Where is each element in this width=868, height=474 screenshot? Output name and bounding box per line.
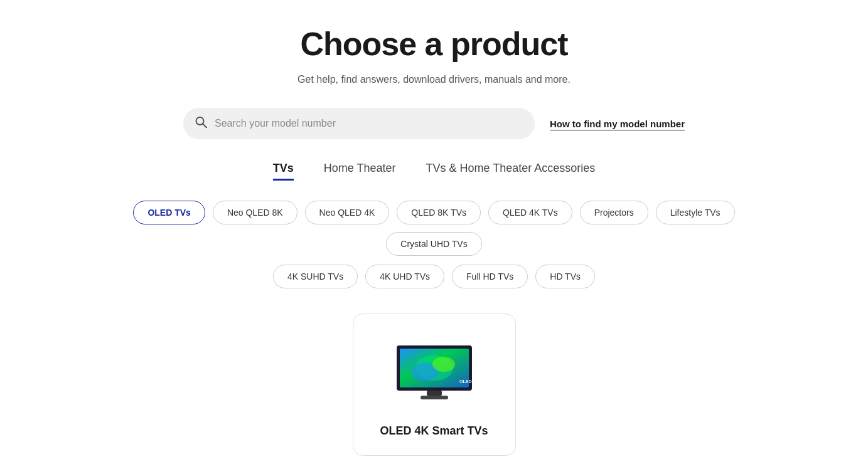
search-input[interactable] <box>183 108 535 139</box>
filter-chip-lifestyle-tvs[interactable]: Lifestyle TVs <box>656 201 735 224</box>
filter-chip-oled-tvs[interactable]: OLED TVs <box>133 201 205 224</box>
filter-chip-qled-8k[interactable]: QLED 8K TVs <box>397 201 481 224</box>
product-card-oled[interactable]: OLED OLED 4K Smart TVs <box>353 313 516 456</box>
filter-chip-crystal-uhd[interactable]: Crystal UHD TVs <box>386 232 481 256</box>
filter-chip-4k-uhd[interactable]: 4K UHD TVs <box>365 265 444 288</box>
filter-chip-qled-4k[interactable]: QLED 4K TVs <box>488 201 572 224</box>
search-row: How to find my model number <box>152 108 717 139</box>
filter-row-1: OLED TVs Neo QLED 8K Neo QLED 4K QLED 8K… <box>89 201 780 256</box>
find-model-link[interactable]: How to find my model number <box>550 118 685 129</box>
tabs-row: TVs Home Theater TVs & Home Theater Acce… <box>273 162 596 181</box>
tab-home-theater[interactable]: Home Theater <box>324 162 396 181</box>
filter-chip-hd-tvs[interactable]: HD TVs <box>535 265 595 288</box>
filter-chip-projectors[interactable]: Projectors <box>580 201 648 224</box>
filter-chip-full-hd[interactable]: Full HD TVs <box>452 265 528 288</box>
svg-rect-10 <box>421 396 448 399</box>
page-subtitle: Get help, find answers, download drivers… <box>297 74 571 85</box>
product-image-area: OLED <box>384 334 485 409</box>
filter-chip-neo-qled-8k[interactable]: Neo QLED 8K <box>213 201 297 224</box>
svg-rect-9 <box>427 391 442 396</box>
svg-text:OLED: OLED <box>459 379 471 384</box>
tab-tvs[interactable]: TVs <box>273 162 294 181</box>
filter-chip-4k-suhd[interactable]: 4K SUHD TVs <box>273 265 358 288</box>
page-wrapper: Choose a product Get help, find answers,… <box>0 0 868 456</box>
page-title: Choose a product <box>300 25 567 63</box>
svg-point-7 <box>432 357 455 372</box>
search-container <box>183 108 535 139</box>
product-card-title: OLED 4K Smart TVs <box>380 424 488 438</box>
svg-line-1 <box>203 124 206 128</box>
filter-chip-neo-qled-4k[interactable]: Neo QLED 4K <box>305 201 390 224</box>
filter-row-2: 4K SUHD TVs 4K UHD TVs Full HD TVs HD TV… <box>273 265 595 288</box>
tab-accessories[interactable]: TVs & Home Theater Accessories <box>426 162 595 181</box>
search-icon <box>195 116 207 132</box>
tv-image: OLED <box>390 340 478 403</box>
